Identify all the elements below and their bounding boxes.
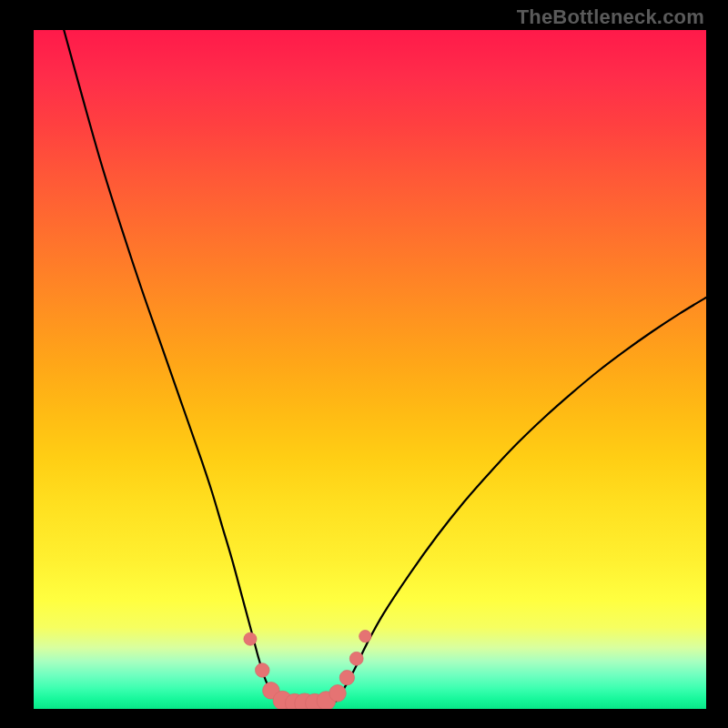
plot-area	[34, 30, 706, 709]
data-marker	[244, 632, 257, 645]
data-marker	[329, 685, 346, 702]
marker-group	[244, 631, 371, 709]
chart-svg	[34, 30, 706, 709]
chart-frame: TheBottleneck.com	[0, 0, 728, 728]
data-marker	[359, 631, 371, 642]
curve-right-branch	[337, 298, 706, 701]
curve-left-branch	[64, 30, 276, 701]
data-marker	[256, 663, 270, 678]
data-marker	[339, 671, 354, 685]
watermark-label: TheBottleneck.com	[517, 5, 704, 29]
data-marker	[349, 652, 363, 665]
series-group	[64, 30, 706, 708]
